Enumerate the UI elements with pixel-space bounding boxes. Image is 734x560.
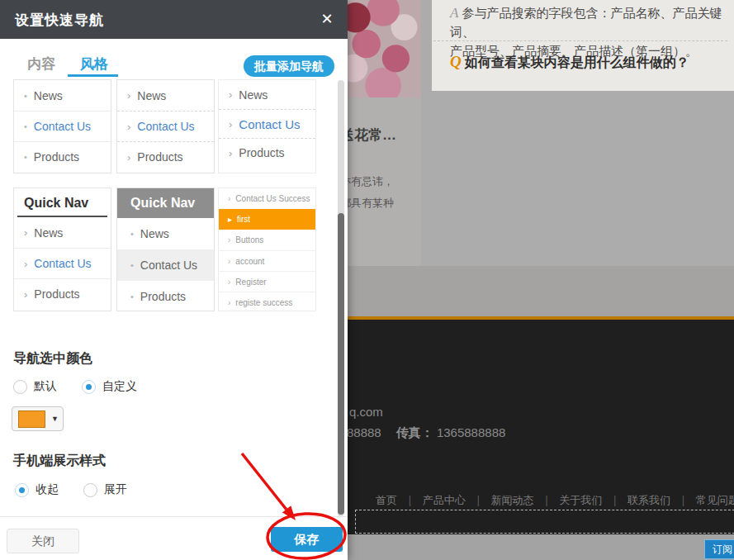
modal-scrollbar-track [338,80,344,516]
footer-nav-link-faq[interactable]: 常见问题 [696,494,734,506]
chevron-icon: › [228,194,230,203]
bullet-icon: • [130,260,134,270]
caret-down-icon: ▼ [51,415,59,423]
preview-item-label: Buttons [235,235,263,244]
tab-content[interactable]: 内容 [27,55,55,74]
footer-contact-line1: q.com [349,405,383,419]
footer-nav: 首页｜产品中心｜新闻动态｜关于我们｜联系我们｜常见问题 [376,493,734,508]
nav-separator: ｜ [678,494,689,506]
arrow-right-icon: ▸ [228,215,232,224]
faq-answer-line1: 参与产品搜索的字段包含：产品名称、产品关键词、 [450,6,722,39]
footer-nav-link-contact[interactable]: 联系我们 [627,494,670,506]
close-icon[interactable]: ✕ [317,9,337,29]
style-preview-titled-list[interactable]: Quick Nav ›News ›Contact Us ›Products [13,187,111,311]
style-preview-compact-list[interactable]: ›Contact Us Success ▸first ›Buttons ›acc… [218,187,316,311]
footer-phone-part: 88888 [347,425,381,439]
bullet-icon: • [24,91,27,101]
radio-collapse[interactable] [15,483,29,497]
radio-expand[interactable] [83,483,97,497]
preview-nav-title: Quick Nav [14,188,111,216]
preview-item-label: Products [140,290,186,303]
preview-item-label: News [34,89,63,102]
radio-collapse-label[interactable]: 收起 [36,482,59,497]
faq-panel: A参与产品搜索的字段包含：产品名称、产品关键词、 产品型号、产品摘要、产品描述（… [432,0,734,91]
modal-scrollbar-thumb[interactable] [338,213,344,515]
tab-style[interactable]: 风格 [80,55,108,74]
color-picker-dropdown[interactable]: ▼ [12,406,64,431]
preview-nav-title: Quick Nav [117,188,214,218]
chevron-icon: › [24,258,27,270]
footer-nav-link-home[interactable]: 首页 [376,494,397,506]
style-preview-gray-header[interactable]: Quick Nav •News •Contact Us •Products [116,187,215,311]
preview-item-label: News [137,89,166,102]
subscribe-bar: 订阅 [337,534,734,560]
site-footer: q.com 88888传真： 1365888888 首页｜产品中心｜新闻动态｜关… [337,316,734,534]
radio-custom-label[interactable]: 自定义 [102,379,137,394]
chevron-icon: › [229,118,232,131]
chevron-icon: › [229,88,232,101]
nav-separator: ｜ [473,494,484,506]
chevron-icon: › [127,121,130,133]
radio-default[interactable] [13,380,27,394]
article-card: 送花常… 亦有忌讳， 都具有某种 [337,0,421,266]
nav-separator: ｜ [541,494,552,506]
close-button[interactable]: 关闭 [7,529,79,553]
faq-question-prefix: Q [450,53,462,70]
nav-color-radio-group: 默认 自定义 [13,379,162,394]
footer-nav-link-products[interactable]: 产品中心 [423,494,466,506]
chevron-icon: › [228,235,230,244]
footer-fax-label: 传真： [396,425,433,439]
nav-separator: ｜ [405,494,415,506]
footer-fax-value: 1365888888 [437,425,505,439]
chevron-icon: › [229,147,232,159]
preview-item-label: Products [239,146,284,159]
preview-item-label: News [140,227,169,240]
batch-add-nav-button[interactable]: 批量添加导航 [244,55,334,77]
selection-dashed-outline [355,510,734,534]
footer-nav-link-about[interactable]: 关于我们 [559,494,602,506]
screen: A参与产品搜索的字段包含：产品名称、产品关键词、 产品型号、产品摘要、产品描述（… [0,0,734,560]
chevron-icon: › [228,278,230,287]
article-card-line: 亦有忌讳， [340,174,421,189]
chevron-icon: › [228,257,230,266]
preview-item-label: Contact Us [34,257,91,270]
chevron-icon: › [24,226,27,239]
preview-item-label: Products [34,287,79,301]
chevron-icon: › [127,151,130,164]
footer-contact-line2: 88888传真： 1365888888 [347,425,505,441]
faq-divider [433,40,727,41]
preview-item-label: Contact Us [239,117,300,131]
preview-item-label: registe success [235,298,292,307]
mobile-radio-group: 收起 展开 [15,482,152,497]
radio-expand-label[interactable]: 展开 [104,482,127,497]
faq-question: Q如何查看某块内容是用什么组件做的？ [450,53,689,72]
active-tab-underline [68,74,118,77]
flower-image [337,0,421,97]
preview-item-label: account [235,257,264,266]
page-section-strip [337,266,734,316]
color-swatch [18,411,45,428]
bullet-icon: • [130,292,134,301]
style-preview-bullet-list[interactable]: •News •Contact Us •Products [13,79,111,173]
preview-item-label: Contact Us [34,120,91,133]
save-button[interactable]: 保存 [271,527,343,552]
bullet-icon: • [24,152,27,162]
style-preview-chevron-dashed[interactable]: ›News ›Contact Us ›Products [116,79,215,173]
faq-answer-prefix: A [450,5,458,21]
preview-item-label: Contact Us [137,120,194,133]
chevron-icon: › [127,89,130,102]
preview-item-label: News [239,88,268,102]
style-preview-chevron-dashed-2[interactable]: ›News ›Contact Us ›Products [218,79,316,173]
footer-nav-link-news[interactable]: 新闻动态 [490,494,533,506]
selected-preview-item: ▸first [219,209,315,230]
preview-item-label: Products [137,150,182,164]
subscribe-button[interactable]: 订阅 [704,539,734,559]
nav-color-section-title: 导航选中颜色 [13,350,92,368]
article-card-title: 送花常… [340,126,421,145]
radio-default-label[interactable]: 默认 [34,379,57,394]
radio-custom[interactable] [82,380,96,394]
modal-footer: 关闭 保存 [0,516,348,560]
modal-title: 设置快速导航 [15,11,104,30]
bullet-icon: • [130,229,134,239]
preview-item-label: Register [235,278,266,287]
